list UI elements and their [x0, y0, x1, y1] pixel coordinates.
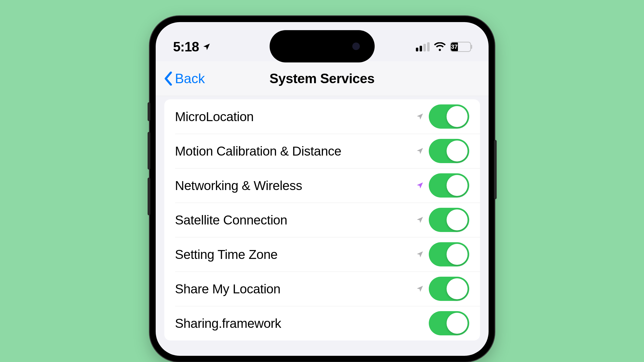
row-setting-time-zone: Setting Time Zone: [164, 237, 480, 272]
toggle-setting-time-zone[interactable]: [429, 242, 469, 266]
location-arrow-icon: [416, 216, 424, 224]
dynamic-island: [270, 30, 375, 62]
row-label: Setting Time Zone: [175, 247, 416, 262]
location-arrow-icon: [416, 181, 424, 189]
row-microlocation: MicroLocation: [164, 99, 480, 134]
location-indicator-icon: [202, 43, 211, 51]
back-button[interactable]: Back: [156, 71, 205, 86]
side-button-power: [494, 140, 497, 199]
page-title: System Services: [156, 71, 489, 86]
row-label: Motion Calibration & Distance: [175, 144, 416, 159]
toggle-sharing-framework[interactable]: [429, 311, 469, 335]
cellular-signal-icon: [416, 42, 430, 51]
status-time: 5:18: [173, 39, 199, 55]
row-satellite-connection: Satellite Connection: [164, 203, 480, 237]
screen: 5:18 37: [156, 22, 489, 356]
location-arrow-icon: [416, 250, 424, 258]
toggle-satellite-connection[interactable]: [429, 208, 469, 232]
row-label: Networking & Wireless: [175, 178, 416, 193]
battery-icon: 37: [450, 42, 471, 52]
toggle-networking-wireless[interactable]: [429, 173, 469, 198]
row-label: Sharing.framework: [175, 316, 429, 331]
location-arrow-icon: [416, 147, 424, 155]
navigation-bar: Back System Services: [156, 61, 489, 96]
wifi-icon: [434, 42, 446, 51]
row-networking-wireless: Networking & Wireless: [164, 168, 480, 203]
row-motion-calibration: Motion Calibration & Distance: [164, 134, 480, 168]
location-arrow-icon: [416, 285, 424, 293]
row-label: MicroLocation: [175, 109, 416, 124]
side-button-silent: [148, 102, 150, 121]
row-label: Satellite Connection: [175, 213, 416, 227]
settings-list: MicroLocation Motion Calibration & Dista…: [164, 99, 480, 340]
location-arrow-icon: [416, 113, 424, 121]
chevron-left-icon: [163, 72, 173, 86]
toggle-motion-calibration[interactable]: [429, 139, 469, 163]
toggle-microlocation[interactable]: [429, 104, 469, 129]
side-button-volume-down: [148, 178, 150, 215]
row-share-my-location: Share My Location: [164, 272, 480, 306]
back-label: Back: [175, 71, 205, 86]
side-button-volume-up: [148, 132, 150, 170]
row-sharing-framework: Sharing.framework: [164, 306, 480, 340]
toggle-share-my-location[interactable]: [429, 277, 469, 301]
phone-frame: 5:18 37: [150, 16, 495, 362]
row-label: Share My Location: [175, 282, 416, 296]
battery-percentage: 37: [451, 43, 458, 50]
